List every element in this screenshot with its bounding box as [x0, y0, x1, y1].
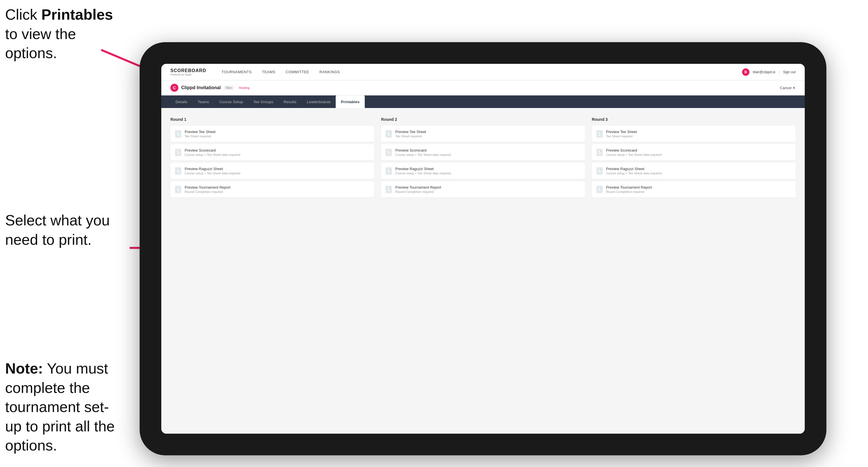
card-sub-r1-rag: Course setup + Tee Sheet data required	[185, 172, 240, 175]
card-title-r1-score: Preview Scorecard	[185, 148, 240, 152]
round-3-section: Round 3 📄 Preview Tee Sheet Tee Sheet re…	[592, 117, 796, 200]
nav-committee[interactable]: COMMITTEE	[281, 64, 315, 80]
tab-teams[interactable]: Teams	[193, 95, 214, 108]
doc-icon-r2-rag: 📄	[385, 167, 392, 175]
report-card-r3[interactable]: 📄 Preview Tournament Report Round Comple…	[592, 181, 796, 197]
annotation-bottom: Note: You must complete the tournament s…	[5, 359, 125, 455]
round-3-title: Round 3	[592, 117, 796, 122]
card-sub-r2-rep: Round Completion required	[395, 190, 441, 193]
doc-icon-r3-rag: 📄	[596, 167, 603, 175]
sign-out-link[interactable]: Sign out	[783, 70, 796, 74]
nav-rankings[interactable]: RANKINGS	[314, 64, 345, 80]
printables-bold: Printables	[41, 6, 113, 23]
nav-tournaments[interactable]: TOURNAMENTS	[217, 64, 257, 80]
raguzzi-card-r3[interactable]: 📄 Preview Raguzzi Sheet Course setup + T…	[592, 163, 796, 179]
round-2-section: Round 2 📄 Preview Tee Sheet Tee Sheet re…	[381, 117, 585, 200]
user-email: blair@clippd.io	[753, 70, 775, 74]
tee-sheet-card-r3[interactable]: 📄 Preview Tee Sheet Tee Sheet required	[592, 126, 796, 142]
card-sub-r2-score: Course setup + Tee Sheet data required	[395, 153, 451, 156]
cancel-button[interactable]: Cancel ✕	[780, 86, 796, 90]
scorecard-card-r1[interactable]: 📄 Preview Scorecard Course setup + Tee S…	[170, 144, 374, 160]
nav-teams[interactable]: TEAMS	[257, 64, 280, 80]
doc-icon-r2-score: 📄	[385, 149, 392, 156]
raguzzi-card-r2[interactable]: 📄 Preview Raguzzi Sheet Course setup + T…	[381, 163, 585, 179]
tab-printables[interactable]: Printables	[336, 95, 365, 108]
card-title-r3-rep: Preview Tournament Report	[606, 185, 652, 189]
tab-leaderboards[interactable]: Leaderboards	[302, 95, 336, 108]
tablet-screen: SCOREBOARD Powered by clippd TOURNAMENTS…	[161, 64, 805, 434]
card-info-r1-tee: Preview Tee Sheet Tee Sheet required	[185, 130, 215, 138]
report-card-r2[interactable]: 📄 Preview Tournament Report Round Comple…	[381, 181, 585, 197]
card-sub-r3-rag: Course setup + Tee Sheet data required	[606, 172, 662, 175]
card-info-r1-score: Preview Scorecard Course setup + Tee She…	[185, 148, 240, 156]
card-info-r3-rag: Preview Raguzzi Sheet Course setup + Tee…	[606, 167, 662, 175]
doc-icon-r1-rag: 📄	[175, 167, 181, 175]
card-info-r3-tee: Preview Tee Sheet Tee Sheet required	[606, 130, 637, 138]
card-title-r2-tee: Preview Tee Sheet	[395, 130, 426, 134]
card-sub-r2-tee: Tee Sheet required	[395, 134, 426, 138]
doc-icon-r2-tee: 📄	[385, 130, 392, 137]
round-2-title: Round 2	[381, 117, 585, 122]
doc-icon-r2-rep: 📄	[385, 186, 392, 193]
scorecard-card-r2[interactable]: 📄 Preview Scorecard Course setup + Tee S…	[381, 144, 585, 160]
card-info-r2-score: Preview Scorecard Course setup + Tee She…	[395, 148, 451, 156]
round-1-title: Round 1	[170, 117, 374, 122]
tournament-logo: C	[170, 84, 178, 92]
card-sub-r2-rag: Course setup + Tee Sheet data required	[395, 172, 451, 175]
doc-icon-r1-score: 📄	[175, 149, 181, 156]
card-info-r2-rag: Preview Raguzzi Sheet Course setup + Tee…	[395, 167, 451, 175]
card-info-r2-rep: Preview Tournament Report Round Completi…	[395, 185, 441, 193]
tournament-header: C Clippd Invitational Men Hosting Cancel…	[161, 80, 805, 95]
brand: SCOREBOARD Powered by clippd	[170, 68, 206, 76]
tab-course-setup[interactable]: Course Setup	[214, 95, 248, 108]
doc-icon-r3-rep: 📄	[596, 186, 603, 193]
doc-icon-r1-tee: 📄	[175, 130, 181, 137]
card-sub-r1-tee: Tee Sheet required	[185, 134, 215, 138]
card-title-r1-rag: Preview Raguzzi Sheet	[185, 167, 240, 171]
scorecard-card-r3[interactable]: 📄 Preview Scorecard Course setup + Tee S…	[592, 144, 796, 160]
card-title-r2-score: Preview Scorecard	[395, 148, 451, 152]
brand-name: SCOREBOARD	[170, 68, 206, 73]
raguzzi-card-r1[interactable]: 📄 Preview Raguzzi Sheet Course setup + T…	[170, 163, 374, 179]
doc-icon-r3-tee: 📄	[596, 130, 603, 137]
brand-sub: Powered by clippd	[170, 73, 206, 76]
card-info-r1-rep: Preview Tournament Report Round Completi…	[185, 185, 230, 193]
rounds-grid: Round 1 📄 Preview Tee Sheet Tee Sheet re…	[170, 117, 796, 200]
card-title-r3-tee: Preview Tee Sheet	[606, 130, 637, 134]
card-sub-r3-rep: Round Completion required	[606, 190, 652, 193]
card-title-r3-score: Preview Scorecard	[606, 148, 662, 152]
card-title-r2-rep: Preview Tournament Report	[395, 185, 441, 189]
tee-sheet-card-r1[interactable]: 📄 Preview Tee Sheet Tee Sheet required	[170, 126, 374, 142]
tab-details[interactable]: Details	[170, 95, 193, 108]
card-sub-r1-rep: Round Completion required	[185, 190, 230, 193]
annotation-top: Click Printables to view the options.	[5, 5, 125, 63]
doc-icon-r1-rep: 📄	[175, 186, 181, 193]
sub-nav: Details Teams Course Setup Tee Groups Re…	[161, 95, 805, 108]
separator: |	[779, 70, 780, 74]
tab-results[interactable]: Results	[278, 95, 302, 108]
note-bold: Note:	[5, 360, 43, 377]
top-nav: SCOREBOARD Powered by clippd TOURNAMENTS…	[161, 64, 805, 80]
card-info-r3-rep: Preview Tournament Report Round Completi…	[606, 185, 652, 193]
tournament-status: Hosting	[239, 86, 249, 90]
user-avatar: B	[742, 68, 749, 76]
card-title-r1-rep: Preview Tournament Report	[185, 185, 230, 189]
top-nav-links: TOURNAMENTS TEAMS COMMITTEE RANKINGS	[217, 64, 742, 80]
tab-tee-groups[interactable]: Tee Groups	[248, 95, 278, 108]
card-sub-r3-score: Course setup + Tee Sheet data required	[606, 153, 662, 156]
card-title-r1-tee: Preview Tee Sheet	[185, 130, 215, 134]
tee-sheet-card-r2[interactable]: 📄 Preview Tee Sheet Tee Sheet required	[381, 126, 585, 142]
doc-icon-r3-score: 📄	[596, 149, 603, 156]
card-info-r2-tee: Preview Tee Sheet Tee Sheet required	[395, 130, 426, 138]
annotation-middle: Select what you need to print.	[5, 211, 125, 249]
card-sub-r1-score: Course setup + Tee Sheet data required	[185, 153, 240, 156]
tournament-left: C Clippd Invitational Men Hosting	[170, 84, 249, 92]
card-info-r1-rag: Preview Raguzzi Sheet Course setup + Tee…	[185, 167, 240, 175]
tablet-device: SCOREBOARD Powered by clippd TOURNAMENTS…	[140, 42, 827, 455]
tournament-badge: Men	[224, 86, 234, 90]
tournament-name: Clippd Invitational	[181, 85, 221, 90]
round-1-section: Round 1 📄 Preview Tee Sheet Tee Sheet re…	[170, 117, 374, 200]
card-sub-r3-tee: Tee Sheet required	[606, 134, 637, 138]
card-title-r2-rag: Preview Raguzzi Sheet	[395, 167, 451, 171]
report-card-r1[interactable]: 📄 Preview Tournament Report Round Comple…	[170, 181, 374, 197]
